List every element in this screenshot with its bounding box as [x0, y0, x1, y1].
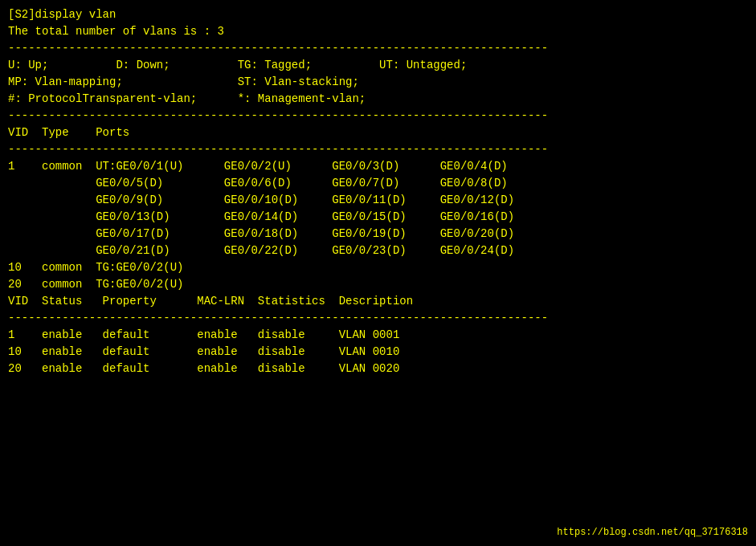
watermark: https://blog.csdn.net/qq_37176318: [557, 527, 748, 538]
terminal-line-legend2: MP: Vlan-mapping; ST: Vlan-stacking;: [8, 74, 748, 91]
terminal-line-header2: VID Status Property MAC-LRN Statistics D…: [8, 293, 748, 310]
terminal-line-total: The total number of vlans is : 3: [8, 23, 748, 40]
terminal-window: [S2]display vlanThe total number of vlan…: [0, 0, 756, 546]
terminal-line-legend3: #: ProtocolTransparent-vlan; *: Manageme…: [8, 91, 748, 108]
terminal-line-vlan1_row5: GE0/0/17(D) GE0/0/18(D) GE0/0/19(D) GE0/…: [8, 226, 748, 242]
terminal-line-vlan1_row1: 1 common UT:GE0/0/1(U) GE0/0/2(U) GE0/0/…: [8, 158, 748, 175]
terminal-line-legend1: U: Up; D: Down; TG: Tagged; UT: Untagged…: [8, 57, 748, 74]
terminal-line-vlan20: 20 common TG:GE0/0/2(U): [8, 276, 748, 293]
terminal-line-vlan1_row3: GE0/0/9(D) GE0/0/10(D) GE0/0/11(D) GE0/0…: [8, 192, 748, 209]
terminal-line-sep3: ----------------------------------------…: [8, 141, 748, 158]
terminal-line-sep4: ----------------------------------------…: [8, 310, 748, 327]
terminal-line-cmd: [S2]display vlan: [8, 6, 748, 23]
terminal-line-vlan1_row2: GE0/0/5(D) GE0/0/6(D) GE0/0/7(D) GE0/0/8…: [8, 175, 748, 192]
terminal-line-vlan1_row4: GE0/0/13(D) GE0/0/14(D) GE0/0/15(D) GE0/…: [8, 209, 748, 226]
terminal-line-sep2: ----------------------------------------…: [8, 108, 748, 124]
terminal-line-table_row3: 20 enable default enable disable VLAN 00…: [8, 361, 748, 377]
terminal-line-sep1: ----------------------------------------…: [8, 40, 748, 57]
terminal-line-vlan1_row6: GE0/0/21(D) GE0/0/22(D) GE0/0/23(D) GE0/…: [8, 242, 748, 259]
terminal-line-header: VID Type Ports: [8, 124, 748, 141]
terminal-line-vlan10: 10 common TG:GE0/0/2(U): [8, 259, 748, 276]
terminal-line-table_row2: 10 enable default enable disable VLAN 00…: [8, 344, 748, 361]
terminal-line-table_row1: 1 enable default enable disable VLAN 000…: [8, 327, 748, 344]
